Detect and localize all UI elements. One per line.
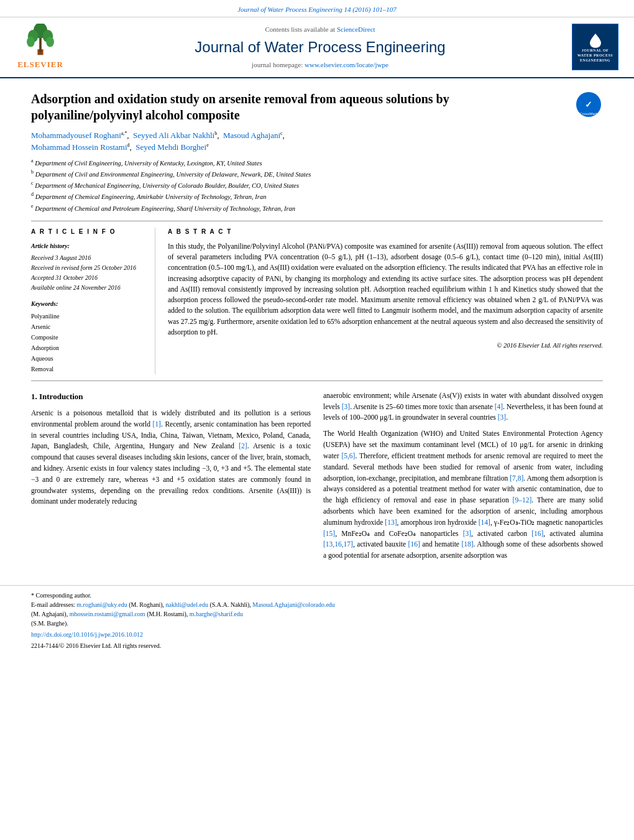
contents-line: Contents lists available at ScienceDirec…: [81, 25, 559, 34]
abstract-section: A B S T R A C T In this study, the Polya…: [168, 228, 603, 374]
history-received: Received 3 August 2016: [31, 253, 145, 263]
email-borghei[interactable]: m.barghe@sharif.edu: [190, 611, 243, 617]
journal-logo-right: JOURNAL OFWATER PROCESSENGINEERING: [572, 24, 622, 70]
ref-14[interactable]: [14]: [479, 519, 490, 526]
journal-header: ELSEVIER Contents lists available at Sci…: [0, 17, 634, 78]
section-title: 1. Introduction: [31, 390, 311, 403]
right-para-1: anaerobic environment; while Arsenate (A…: [323, 390, 603, 423]
author1-link[interactable]: Mohammadyousef Roghani: [31, 131, 121, 140]
ref-2[interactable]: [2]: [239, 442, 247, 450]
page: Journal of Water Process Engineering 14 …: [0, 0, 634, 840]
footnote-corresponding: * Corresponding author.: [31, 591, 603, 600]
history-label: Article history:: [31, 241, 145, 251]
ref-3c[interactable]: [3]: [463, 530, 471, 537]
author3-link[interactable]: Masoud Aghajani: [223, 131, 280, 140]
footer: * Corresponding author. E-mail addresses…: [0, 585, 634, 653]
history-revised: Received in revised form 25 October 2016: [31, 263, 145, 273]
issn-line: 2214-7144/© 2016 Elsevier Ltd. All right…: [31, 642, 603, 650]
affiliation-e: e Department of Chemical and Petroleum E…: [31, 203, 603, 213]
svg-point-6: [46, 37, 54, 47]
right-column: anaerobic environment; while Arsenate (A…: [323, 390, 603, 566]
ref-9-12[interactable]: [9–12]: [513, 496, 532, 504]
abstract-heading: A B S T R A C T: [168, 228, 603, 236]
elsevier-tree-icon: [19, 24, 62, 58]
affiliation-d: d Department of Chemical Engineering, Am…: [31, 191, 603, 201]
affiliation-a: a Department of Civil Engineering, Unive…: [31, 157, 603, 168]
ref-18[interactable]: [18]: [461, 540, 473, 548]
ref-1[interactable]: [1]: [153, 420, 161, 428]
author4-link[interactable]: Mohammad Hossein Rostami: [31, 142, 127, 152]
keywords-label: Keywords:: [31, 299, 145, 309]
intro-left-para: Arsenic is a poisonous metalloid that is…: [31, 408, 311, 507]
history-accepted: Accepted 31 October 2016: [31, 273, 145, 283]
email-rostami[interactable]: mhossein.rostami@gmail.com: [70, 611, 145, 617]
body-content: 1. Introduction Arsenic is a poisonous m…: [31, 390, 603, 566]
keyword-2: Arsenic: [31, 321, 145, 332]
article-info-abstract: A R T I C L E I N F O Article history: R…: [31, 221, 603, 381]
ref-16b[interactable]: [16]: [408, 540, 420, 548]
right-para-2: The World Health Organization (WHO) and …: [323, 428, 603, 561]
ref-13a[interactable]: [13]: [385, 519, 397, 526]
journal-citation-text: Journal of Water Process Engineering 14 …: [237, 6, 397, 13]
left-column: 1. Introduction Arsenic is a poisonous m…: [31, 390, 311, 566]
keyword-1: Polyaniline: [31, 311, 145, 321]
abstract-text: In this study, the Polyaniline/Polyvinyl…: [168, 241, 603, 338]
article-history: Article history: Received 3 August 2016 …: [31, 241, 145, 293]
keyword-3: Composite: [31, 332, 145, 343]
journal-homepage: journal homepage: www.elsevier.com/locat…: [81, 60, 559, 70]
keywords-section: Keywords: Polyaniline Arsenic Composite …: [31, 299, 145, 374]
ref-3b[interactable]: [3]: [498, 413, 506, 421]
keyword-5: Aqueous: [31, 353, 145, 364]
affiliation-c: c Department of Mechanical Engineering, …: [31, 180, 603, 190]
history-online: Available online 24 November 2016: [31, 283, 145, 293]
keyword-4: Adsorption: [31, 343, 145, 353]
keyword-6: Removal: [31, 364, 145, 374]
ref-13-16-17[interactable]: [13,16,17]: [323, 540, 353, 548]
journal-main-title: Journal of Water Process Engineering: [81, 37, 559, 58]
email-aghajani[interactable]: Masoud.Aghajani@colorado.edu: [252, 601, 335, 608]
crossmark-icon: ✓ CrossMark: [575, 91, 603, 122]
footnote-emails: E-mail addresses: m.roghani@uky.edu (M. …: [31, 600, 603, 628]
journal-citation-bar: Journal of Water Process Engineering 14 …: [0, 0, 634, 17]
email-nakhli[interactable]: nakhli@udel.edu: [166, 601, 208, 608]
article-info-heading: A R T I C L E I N F O: [31, 228, 145, 236]
article-title-section: Adsorption and oxidation study on arseni…: [31, 88, 603, 123]
elsevier-brand-text: ELSEVIER: [17, 59, 63, 70]
author2-link[interactable]: Seyyed Ali Akbar Nakhli: [133, 131, 214, 140]
svg-text:✓: ✓: [585, 99, 592, 109]
doi-link[interactable]: http://dx.doi.org/10.1016/j.jwpe.2016.10…: [31, 631, 143, 638]
ref-56[interactable]: [5,6]: [341, 452, 355, 459]
elsevier-logo: ELSEVIER: [12, 24, 68, 70]
copyright-line: © 2016 Elsevier Ltd. All rights reserved…: [168, 341, 603, 351]
ref-3a[interactable]: [3]: [342, 403, 350, 410]
corresponding-label: * Corresponding author.: [31, 592, 91, 599]
affiliation-b: b Department of Civil and Environmental …: [31, 168, 603, 179]
svg-point-5: [27, 37, 35, 47]
article-info: A R T I C L E I N F O Article history: R…: [31, 228, 155, 374]
journal-homepage-link[interactable]: www.elsevier.com/locate/jwpe: [305, 61, 388, 68]
journal-title-center: Contents lists available at ScienceDirec…: [81, 25, 559, 70]
author5-link[interactable]: Seyed Mehdi Borghei: [136, 142, 206, 152]
sciencedirect-link[interactable]: ScienceDirect: [337, 25, 375, 33]
journal-logo-box: JOURNAL OFWATER PROCESSENGINEERING: [572, 24, 618, 70]
email-label: E-mail addresses:: [31, 601, 75, 608]
ref-4[interactable]: [4]: [495, 403, 503, 410]
article-content: Adsorption and oxidation study on arseni…: [0, 78, 634, 579]
ref-78[interactable]: [7,8]: [510, 474, 523, 482]
authors-line: Mohammadyousef Roghania,*, Seyyed Ali Ak…: [31, 129, 603, 154]
affiliations: a Department of Civil Engineering, Unive…: [31, 157, 603, 213]
article-title: Adsorption and oxidation study on arseni…: [31, 91, 575, 123]
ref-15[interactable]: [15]: [323, 530, 335, 537]
doi-line: http://dx.doi.org/10.1016/j.jwpe.2016.10…: [31, 630, 603, 639]
svg-text:CrossMark: CrossMark: [579, 112, 598, 116]
email-roghani[interactable]: m.roghani@uky.edu: [76, 601, 127, 608]
ref-16a[interactable]: [16]: [531, 530, 543, 537]
journal-logo-icon: [587, 31, 604, 48]
